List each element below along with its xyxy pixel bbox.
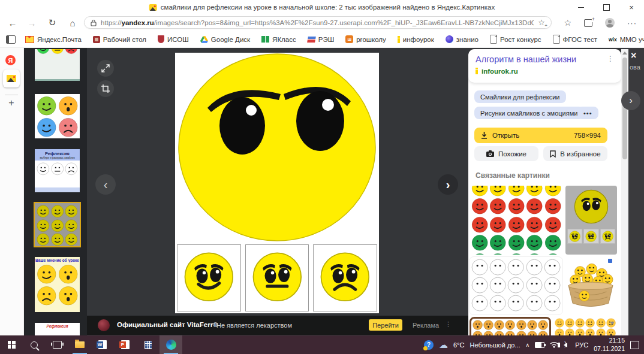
bookmark-google-drive[interactable]: Google Диск (200, 36, 250, 43)
restore-button[interactable] (594, 0, 619, 14)
thumbnail-selected-yellow-grid[interactable] (35, 203, 80, 246)
weather-temp[interactable]: 6°C (453, 341, 464, 349)
thumbnail-emoji-set[interactable] (35, 94, 80, 138)
ad-menu-icon[interactable]: ⋮ (445, 320, 452, 328)
powerpoint-icon: P (121, 340, 130, 349)
add-to-favorites-button[interactable]: В избранное (543, 146, 607, 161)
word-button[interactable]: W (91, 335, 114, 354)
minimize-button[interactable] (568, 0, 594, 14)
help-tray-icon[interactable]: ? (424, 340, 434, 350)
thumbnail-opinion-card[interactable]: Ваше мнение об уроке (35, 257, 80, 312)
notification-center-icon[interactable] (630, 341, 639, 349)
edge-button[interactable] (160, 335, 182, 354)
task-view-button[interactable] (46, 335, 68, 354)
source-site-link[interactable]: infourok.ru (482, 68, 518, 75)
thumbnail-reflexia-card[interactable]: Рефлексия выбери и раскрась смайлик (35, 149, 80, 192)
volume-icon[interactable] (564, 343, 567, 347)
windows-taskbar: W P ? ☁ 6°C Небольшой до... ∧ РУС 21:150… (0, 335, 644, 354)
address-bar[interactable]: https://yandex.ru/images/search?pos=8&im… (84, 16, 552, 29)
related-image-stickers[interactable] (470, 186, 563, 255)
bookmark-isosh[interactable]: ИСОШ (158, 35, 189, 43)
bookmark-mmo[interactable]: wixММО учителей ин... (609, 36, 644, 43)
settings-menu-icon[interactable]: ··· (627, 19, 637, 28)
thumb-title: Ваше мнение об уроке (35, 257, 80, 262)
home-button[interactable]: ⌂ (64, 14, 82, 31)
keyboard-language[interactable]: РУС (575, 341, 588, 349)
ad-choice-marker (608, 259, 612, 263)
browser-side-rail: Я + (0, 48, 24, 335)
bookmark-proshkolu[interactable]: шрrошколу (345, 35, 386, 43)
battery-icon[interactable] (535, 342, 544, 348)
task-view-icon (53, 341, 62, 349)
smile-face-option[interactable] (177, 244, 241, 311)
related-image-framed-smileys[interactable] (470, 317, 551, 335)
main-image[interactable] (175, 53, 379, 313)
thumbnail-traffic-smileys[interactable] (35, 49, 80, 81)
tag-pill[interactable]: Смайлики для рефлексии (474, 90, 566, 103)
bookmark-fgos-test[interactable]: ФГОС тест (553, 35, 597, 44)
scrollbar-up-arrow[interactable] (622, 52, 627, 55)
thumbnail-reflexia2-card[interactable]: Рефлексия (35, 323, 80, 335)
expand-icon (101, 64, 110, 72)
big-smiley-face (175, 53, 379, 243)
calculator-button[interactable] (137, 335, 160, 354)
powerpoint-button[interactable]: P (114, 335, 137, 354)
search-button[interactable] (23, 335, 46, 354)
bookmark-icon (550, 150, 556, 158)
bookmark-znanio[interactable]: знанио (446, 35, 479, 43)
image-title-link[interactable]: Алгоритм в нашей жизни (476, 55, 603, 65)
images-tab-icon[interactable] (3, 69, 20, 87)
previous-image-button[interactable]: ‹ (95, 174, 116, 195)
frown-face-option[interactable] (313, 244, 377, 311)
weather-text[interactable]: Небольшой до... (470, 341, 520, 349)
open-image-button[interactable]: Открыть 758×994 (474, 128, 607, 143)
bookmark-resh[interactable]: РЭШ (308, 36, 334, 43)
profile-avatar[interactable] (605, 18, 615, 28)
bookmark-desktop[interactable]: Рабочий стол (93, 36, 146, 43)
wifi-icon[interactable] (550, 341, 558, 348)
bookmark-rost-konkurs[interactable]: Рост конкурс (490, 35, 541, 44)
yandex-tab-icon[interactable]: Я (5, 55, 16, 65)
ad-banner[interactable]: Официальный сайт VitaFerr® Не является л… (87, 316, 468, 335)
bookmark-yaklass[interactable]: ЯКласс (261, 36, 296, 43)
tag-pill[interactable]: Рисунки смайликов с эмоциями (474, 107, 583, 119)
close-panel-button[interactable]: × (631, 50, 636, 61)
bookmark-yandex-mail[interactable]: Яндекс.Почта (25, 36, 82, 43)
close-button[interactable]: × (619, 0, 644, 14)
thumbnail-strip: Рефлексия выбери и раскрась смайлик Ваше… (24, 48, 87, 335)
refresh-button[interactable]: ↻ (43, 14, 61, 31)
similar-images-button[interactable]: Похожие (474, 146, 538, 161)
vertical-tabs-icon[interactable] (6, 35, 16, 44)
ad-label: Реклама (413, 322, 439, 329)
image-viewer: ‹ › Официальный сайт VitaFerr® Не являет… (87, 48, 468, 335)
ad-cta-button[interactable]: Перейти (369, 319, 402, 331)
weather-cloud-icon[interactable]: ☁ (439, 340, 448, 349)
image-icon (7, 75, 16, 82)
start-button[interactable] (0, 335, 23, 354)
related-image-outline-faces[interactable] (469, 256, 563, 315)
back-button[interactable]: ← (4, 14, 22, 31)
clock[interactable]: 21:1507.11.2021 (594, 337, 625, 353)
related-image-emoji-rows[interactable] (553, 317, 617, 335)
neutral-face-option[interactable] (245, 244, 309, 311)
next-result-button[interactable]: › (621, 91, 640, 110)
more-tags-pill[interactable]: ••• (577, 107, 598, 119)
new-tab-button[interactable]: + (0, 98, 23, 108)
file-explorer-button[interactable] (68, 335, 91, 354)
collections-icon[interactable] (584, 19, 592, 27)
crop-button[interactable] (97, 80, 114, 97)
url-text: https://yandex.ru/images/search?pos=8&im… (101, 19, 534, 26)
favorites-list-icon[interactable]: ☆ (564, 19, 571, 27)
bookmark-infourok[interactable]: инфоурок (398, 36, 434, 43)
fullscreen-button[interactable] (97, 60, 114, 77)
browser-window: смайлики для рефлексии на уроке в началь… (0, 0, 644, 354)
scroll-down-hint-icon (610, 322, 615, 325)
crest-icon (158, 35, 164, 43)
forward-button[interactable]: → (23, 14, 41, 31)
tray-chevron-icon[interactable]: ∧ (526, 342, 530, 348)
related-image-smiley-basket[interactable] (564, 256, 617, 314)
add-favorite-icon[interactable]: ☆ (538, 18, 545, 27)
related-image-smiley-preview[interactable] (565, 186, 617, 255)
panel-menu-icon[interactable]: ⋮ (603, 55, 614, 63)
next-image-button[interactable]: › (438, 174, 458, 195)
